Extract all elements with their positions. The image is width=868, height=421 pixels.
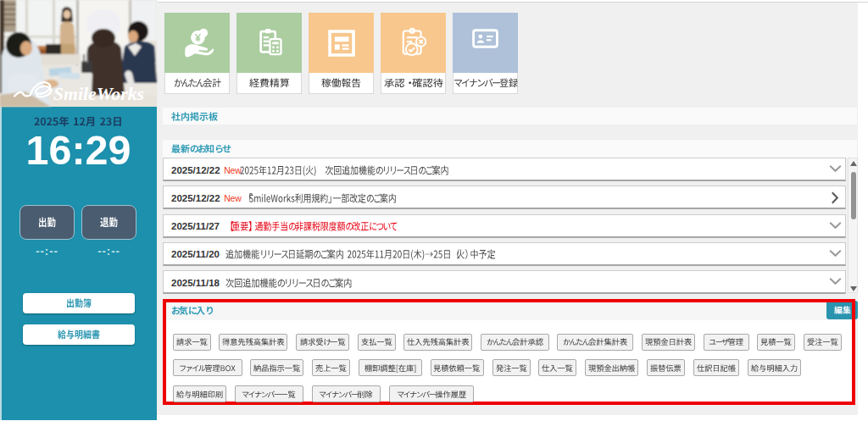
svg-text:SmileWorks: SmileWorks (53, 85, 144, 103)
